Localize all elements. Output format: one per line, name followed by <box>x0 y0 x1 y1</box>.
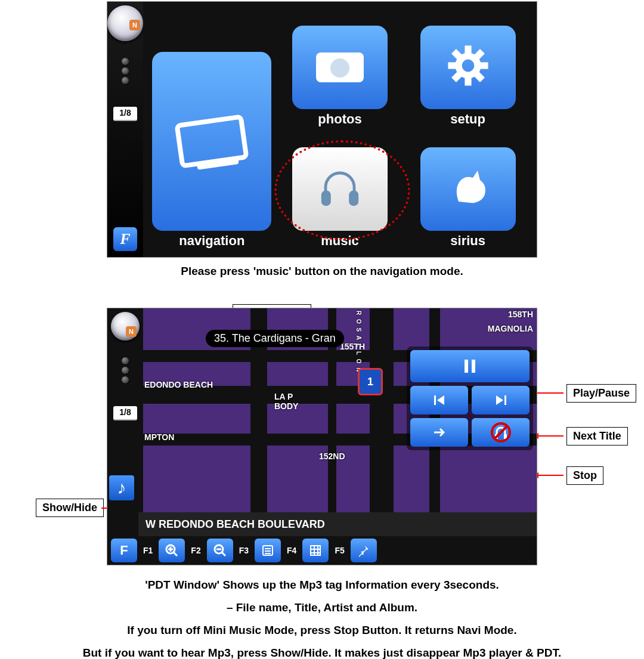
map-label: 152ND <box>319 451 345 461</box>
highway-sign: 1 <box>358 368 383 395</box>
nav-device-icon <box>175 114 249 168</box>
svg-point-0 <box>459 56 478 75</box>
tile-label: photos <box>318 112 361 127</box>
svg-line-26 <box>222 552 225 556</box>
scale-fraction[interactable]: 1/8 <box>113 406 137 420</box>
music-tile[interactable]: music <box>280 134 401 249</box>
desc-line: If you turn off Mini Music Mode, press S… <box>0 619 644 642</box>
desc-line: – File name, Title, Artist and Album. <box>0 596 644 619</box>
nav-screenshot: 1/8 158TH MAGNOLIA 155TH EDONDO BEACH MP… <box>107 308 537 565</box>
fkey-label: F5 <box>335 546 344 555</box>
map-label: EDONDO BEACH <box>144 380 213 389</box>
zoom-in-button[interactable] <box>159 539 185 562</box>
street-name: W REDONDO BEACH BOULEVARD <box>138 512 537 536</box>
svg-line-6 <box>475 73 482 80</box>
fkey-label: F2 <box>191 546 200 555</box>
stop-button[interactable] <box>472 418 530 447</box>
photos-tile[interactable]: photos <box>280 13 401 127</box>
main-menu: navigation photos setup music <box>143 2 537 257</box>
show-hide-button[interactable]: ♪ <box>109 475 134 500</box>
map-label: R O S A L L O N <box>355 311 362 373</box>
gear-icon <box>444 42 492 93</box>
menu-screenshot: 1/8 F navigation photos setup <box>107 1 537 258</box>
toolbar: F F1 F2 F3 F4 F5 <box>107 536 537 565</box>
fkey-label: F4 <box>287 546 296 555</box>
compass-icon[interactable] <box>111 312 140 341</box>
svg-rect-15 <box>504 395 506 405</box>
setup-tile[interactable]: setup <box>407 13 528 127</box>
pdt-window: 35. The Cardigans - Gran <box>206 330 344 347</box>
mini-music-player <box>407 346 533 450</box>
sirius-dog-icon <box>444 163 492 215</box>
caption-1: Please press 'music' button on the navig… <box>0 265 644 278</box>
svg-line-8 <box>454 73 460 80</box>
desc-line: 'PDT Window' Shows up the Mp3 tag Inform… <box>0 574 644 596</box>
svg-rect-9 <box>323 192 329 205</box>
callout-stop: Stop <box>566 466 603 485</box>
callout-playpause: Play/Pause <box>566 384 636 403</box>
tile-label: navigation <box>179 233 244 249</box>
previous-button[interactable] <box>410 386 468 414</box>
camera-icon <box>316 52 364 82</box>
callout-next: Next Title <box>566 427 628 445</box>
repeat-button[interactable] <box>410 418 468 447</box>
sirius-tile[interactable]: sirius <box>407 134 528 249</box>
map-label: 158TH <box>508 310 533 319</box>
navigation-tile[interactable]: navigation <box>151 13 273 249</box>
desc-line: But if you want to hear Mp3, press Show/… <box>0 642 644 659</box>
description: 'PDT Window' Shows up the Mp3 tag Inform… <box>0 574 644 659</box>
tile-label: sirius <box>450 233 485 249</box>
f-button[interactable]: F <box>111 539 137 562</box>
map-label: MPTON <box>144 432 174 442</box>
next-button[interactable] <box>472 386 530 414</box>
scale-fraction[interactable]: 1/8 <box>113 107 137 121</box>
sidebar-dots <box>122 357 129 383</box>
svg-line-20 <box>494 426 507 439</box>
play-pause-button[interactable] <box>410 350 530 382</box>
svg-rect-11 <box>465 360 468 373</box>
svg-line-22 <box>174 552 177 556</box>
sidebar: 1/8 F <box>107 2 143 257</box>
tile-label: setup <box>450 112 485 127</box>
svg-rect-13 <box>434 395 436 405</box>
arrow-next <box>534 435 564 437</box>
sidebar-dots <box>122 58 129 84</box>
callout-showhide: Show/Hide <box>36 499 104 517</box>
compass-icon[interactable] <box>107 5 143 41</box>
map-label: MAGNOLIA <box>488 324 533 333</box>
list-button[interactable] <box>255 539 281 562</box>
sidebar: 1/8 <box>107 308 143 565</box>
headphones-icon <box>316 163 364 215</box>
zoom-out-button[interactable] <box>207 539 233 562</box>
map[interactable]: 158TH MAGNOLIA 155TH EDONDO BEACH MPTON … <box>143 308 537 512</box>
arrow-stop <box>534 475 564 476</box>
svg-marker-16 <box>496 395 503 405</box>
fkey-label: F3 <box>239 546 249 555</box>
tile-label: music <box>321 233 359 249</box>
svg-rect-10 <box>351 192 357 205</box>
svg-rect-12 <box>472 360 475 373</box>
svg-marker-14 <box>437 395 444 405</box>
map-label: LA P BODY <box>274 392 298 411</box>
pin-button[interactable] <box>351 539 377 562</box>
svg-line-5 <box>454 51 460 58</box>
svg-line-7 <box>475 51 482 58</box>
f-button[interactable]: F <box>113 227 137 251</box>
svg-rect-32 <box>311 546 320 555</box>
grid-button[interactable] <box>302 539 329 562</box>
fkey-label: F1 <box>143 546 153 555</box>
